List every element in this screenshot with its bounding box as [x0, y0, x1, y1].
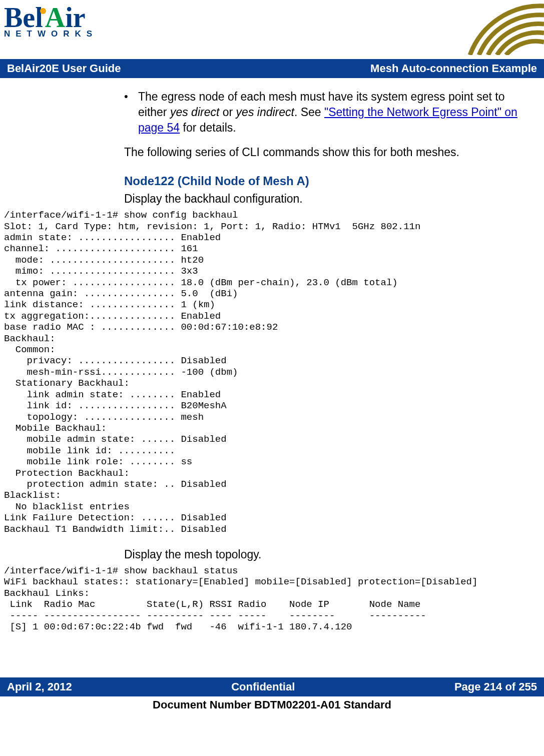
italic-yes-indirect: yes indirect [236, 106, 294, 119]
footer-date: April 2, 2012 [7, 680, 72, 693]
bullet-text-4: for details. [180, 121, 236, 134]
logo-a: A [45, 2, 65, 33]
bullet-marker: • [124, 89, 129, 136]
footer-confidential: Confidential [231, 680, 295, 693]
bullet-item: • The egress node of each mesh must have… [124, 89, 520, 136]
cli-output-backhaul-config: /interface/wifi-1-1# show config backhau… [4, 210, 544, 535]
footer-bar: April 2, 2012 Confidential Page 214 of 2… [0, 677, 544, 696]
footer-page: Page 214 of 255 [454, 680, 537, 693]
paragraph: The following series of CLI commands sho… [124, 145, 520, 160]
company-logo: BelAir NETWORKS [0, 0, 119, 39]
guide-title: BelAir20E User Guide [7, 62, 121, 75]
logo-ir: ir [65, 2, 85, 33]
bullet-text: The egress node of each mesh must have i… [138, 89, 520, 136]
bullet-text-2: or [219, 106, 236, 119]
bullet-text-3: . See [294, 106, 324, 119]
section-title: Mesh Auto-connection Example [370, 62, 537, 75]
decorative-arc-icon [464, 0, 544, 55]
section-header-bar: BelAir20E User Guide Mesh Auto-connectio… [0, 59, 544, 78]
logo-row: BelAir NETWORKS [0, 0, 544, 55]
italic-yes-direct: yes direct [170, 106, 219, 119]
document-number: Document Number BDTM02201-A01 Standard [0, 696, 544, 711]
logo-bel: Bel [4, 2, 43, 33]
sub-paragraph-2: Display the mesh topology. [124, 548, 520, 561]
cli-output-backhaul-status: /interface/wifi-1-1# show backhaul statu… [4, 565, 544, 632]
node-heading: Node122 (Child Node of Mesh A) [124, 174, 544, 188]
logo-subtext: NETWORKS [4, 29, 119, 39]
sub-paragraph-1: Display the backhaul configuration. [124, 192, 520, 206]
